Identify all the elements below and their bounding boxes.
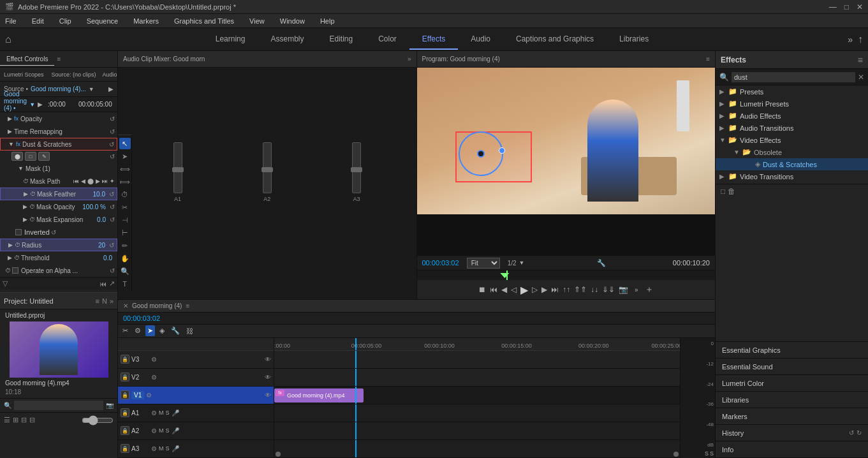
- tool-type[interactable]: T: [119, 278, 131, 290]
- mask-path-next[interactable]: ▶: [96, 178, 100, 184]
- program-monitor-settings[interactable]: ≡: [706, 55, 710, 63]
- opacity-reset[interactable]: ↺: [110, 115, 115, 122]
- prog-step-back[interactable]: ⏮: [490, 285, 497, 294]
- threshold-clock[interactable]: ⏱: [14, 255, 20, 261]
- tool-slide[interactable]: ⊢: [119, 227, 131, 239]
- export-button[interactable]: ↑: [858, 34, 863, 45]
- fx-export-icon[interactable]: ↗: [109, 279, 115, 288]
- prog-step-forward[interactable]: ⏭: [551, 285, 559, 294]
- clip-good-morning[interactable]: fx Good morning (4).mp4: [274, 388, 364, 403]
- mask-expansion-value[interactable]: 0.0: [97, 216, 106, 223]
- track-a2-solo[interactable]: S: [166, 427, 170, 434]
- track-v1-eye[interactable]: 👁: [265, 392, 271, 399]
- tree-item-video-effects[interactable]: ▼ 📂 Video Effects: [716, 134, 868, 146]
- tree-item-audio-effects[interactable]: ▶ 📁 Audio Effects: [716, 110, 868, 122]
- tab-audio-clip-mixer[interactable]: Audio Clip Mixer: Good morn: [100, 70, 117, 79]
- tab-effects[interactable]: Effects: [409, 29, 458, 50]
- dust-pen-icon[interactable]: ✎: [38, 152, 50, 161]
- dust-icons-reset[interactable]: ↺: [110, 153, 115, 160]
- track-v1-name[interactable]: V1: [131, 391, 144, 399]
- operate-reset[interactable]: ↺: [110, 267, 115, 274]
- project-grid-view[interactable]: ⊞: [13, 416, 18, 424]
- prog-overwrite[interactable]: ⇓⇓: [602, 285, 615, 294]
- track-v3-lock[interactable]: 🔒: [121, 355, 129, 364]
- menu-graphics-titles[interactable]: Graphics and Titles: [172, 16, 237, 26]
- track-v2-eye[interactable]: 👁: [265, 374, 271, 381]
- track-a3-mute[interactable]: M: [159, 445, 164, 452]
- tab-lumetri-scopes[interactable]: Lumetri Scopes: [0, 70, 48, 79]
- tool-select[interactable]: ↖: [119, 138, 131, 149]
- tab-assembly[interactable]: Assembly: [258, 29, 316, 50]
- timeline-settings[interactable]: ≡: [186, 302, 189, 309]
- fx-funnel-icon[interactable]: ▽: [3, 279, 8, 288]
- radius-reset[interactable]: ↺: [109, 242, 114, 249]
- mask-expansion-chevron[interactable]: ▶: [23, 216, 27, 223]
- prog-mark-in[interactable]: ◁: [511, 285, 517, 294]
- source-monitor-more[interactable]: »: [408, 55, 411, 63]
- mask-feather-reset[interactable]: ↺: [109, 191, 114, 198]
- tree-item-lumetri-presets[interactable]: ▶ 📁 Lumetri Presets: [716, 98, 868, 110]
- effects-search-input[interactable]: [732, 72, 855, 82]
- meter-s-button[interactable]: S: [705, 450, 709, 457]
- prog-next-frame[interactable]: ▶: [541, 285, 547, 294]
- close-button[interactable]: ✕: [857, 3, 863, 11]
- mask-center-handle[interactable]: [477, 150, 485, 158]
- dust-rect-icon[interactable]: □: [25, 152, 36, 161]
- project-zoom-slider[interactable]: [82, 415, 114, 425]
- mask-feather-value[interactable]: 10.0: [93, 191, 105, 198]
- tool-ripple[interactable]: ⟺: [119, 163, 131, 175]
- tl-scroll-right[interactable]: [673, 452, 679, 457]
- inverted-reset[interactable]: ↺: [51, 229, 56, 236]
- menu-help[interactable]: Help: [318, 16, 337, 26]
- source-play-button[interactable]: ▶: [108, 85, 114, 92]
- maximize-button[interactable]: □: [844, 3, 849, 11]
- track-v3-eye[interactable]: 👁: [265, 356, 271, 363]
- markers-item[interactable]: Markers: [716, 408, 868, 425]
- project-thumbnail[interactable]: [10, 321, 108, 378]
- prog-add-button[interactable]: ＋: [645, 284, 654, 295]
- tool-slip[interactable]: ⊣: [119, 214, 131, 226]
- prog-stop[interactable]: ⏹: [478, 285, 486, 294]
- track-v1-lock[interactable]: 🔒: [121, 390, 129, 399]
- menu-view[interactable]: View: [247, 16, 267, 26]
- time-remap-chevron[interactable]: ▶: [8, 128, 12, 135]
- threshold-chevron[interactable]: ▶: [8, 255, 12, 261]
- fader-track-2[interactable]: [263, 142, 272, 193]
- project-list-view[interactable]: ☰: [4, 416, 10, 424]
- mask-path-feather-icon[interactable]: ✦: [110, 178, 115, 184]
- home-icon[interactable]: ⌂: [5, 34, 11, 45]
- new-bin-button[interactable]: □: [721, 187, 725, 196]
- tl-tool-wrench[interactable]: 🔧: [169, 325, 182, 336]
- track-v2-lock[interactable]: 🔒: [121, 373, 129, 381]
- project-search-input[interactable]: [14, 401, 103, 410]
- panel-hamburger[interactable]: ≡: [54, 55, 63, 63]
- tab-effect-controls[interactable]: Effect Controls: [0, 53, 54, 66]
- tool-zoom[interactable]: 🔍: [119, 265, 131, 277]
- fader-track-3[interactable]: [352, 142, 361, 193]
- tab-source-no-clips[interactable]: Source: (no clips): [48, 70, 100, 79]
- prog-insert[interactable]: ↓↓: [591, 285, 598, 294]
- menu-edit[interactable]: Edit: [29, 16, 47, 26]
- tl-play-button[interactable]: ▶: [38, 101, 43, 108]
- tl-tool-track-select[interactable]: ➤: [145, 325, 155, 336]
- wrench-icon[interactable]: 🔧: [597, 259, 606, 267]
- fx-prev-keyframe[interactable]: ⏮: [99, 280, 107, 288]
- inverted-checkbox[interactable]: [15, 229, 22, 235]
- track-a2-mute[interactable]: M: [159, 427, 164, 434]
- search-clear-button[interactable]: ✕: [858, 73, 864, 82]
- track-v1-settings[interactable]: ⚙: [146, 392, 152, 399]
- delete-button[interactable]: 🗑: [728, 187, 735, 196]
- tab-color[interactable]: Color: [365, 29, 409, 50]
- tl-tool-link[interactable]: ⛓: [184, 326, 195, 336]
- mask-feather-clock[interactable]: ⏱: [30, 191, 36, 197]
- mask-path-prev[interactable]: ◀: [81, 178, 85, 184]
- mask-path-add[interactable]: ⬤: [87, 178, 94, 184]
- mask-expansion-clock[interactable]: ⏱: [29, 216, 35, 223]
- prog-more-controls[interactable]: »: [635, 286, 638, 293]
- operate-clock[interactable]: ⏱: [5, 267, 11, 274]
- mask-path-first[interactable]: ⏮: [73, 178, 79, 184]
- essential-sound-item[interactable]: Essential Sound: [716, 358, 868, 375]
- mask-expansion-reset[interactable]: ↺: [110, 216, 115, 223]
- track-a1-lock[interactable]: 🔒: [121, 408, 129, 417]
- fader-thumb-3[interactable]: [351, 167, 362, 172]
